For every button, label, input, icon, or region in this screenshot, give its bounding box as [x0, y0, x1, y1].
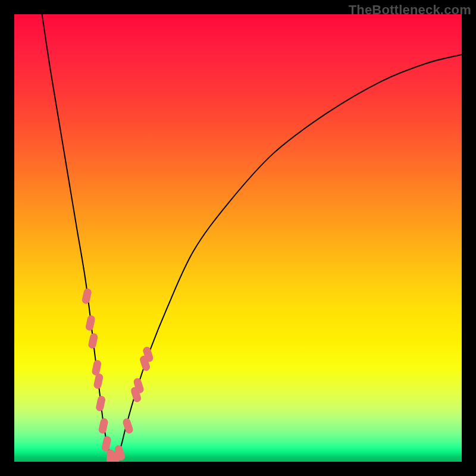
curve-layer [41, 14, 462, 462]
chart-svg [14, 14, 462, 462]
data-marker [95, 395, 106, 412]
plot-area [14, 14, 462, 462]
data-marker [85, 315, 96, 331]
chart-frame: TheBottleneck.com [0, 0, 476, 476]
data-marker [82, 288, 92, 305]
data-marker [87, 333, 98, 349]
data-marker [93, 373, 104, 390]
data-marker [98, 418, 109, 434]
watermark-text: TheBottleneck.com [349, 2, 471, 18]
marker-layer [82, 288, 154, 462]
bottleneck-curve [41, 14, 462, 462]
data-marker [91, 359, 102, 376]
data-marker [122, 417, 134, 434]
